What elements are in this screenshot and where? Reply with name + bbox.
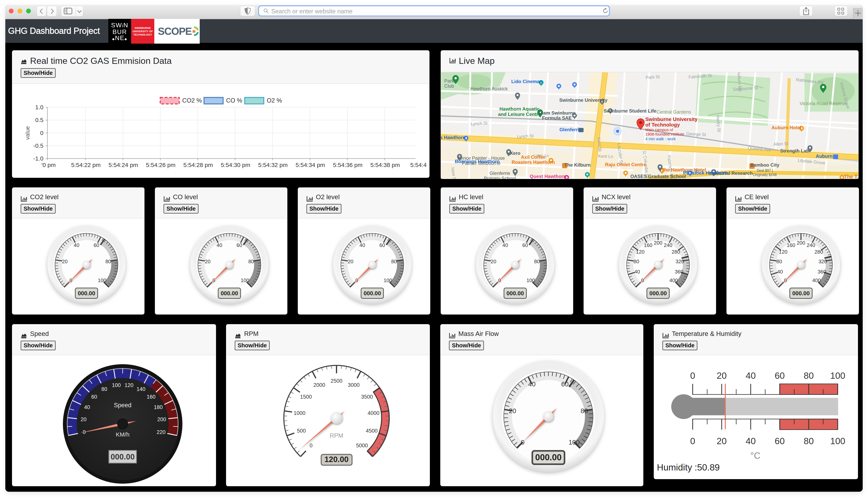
svg-text:The Kilburn: The Kilburn [564, 162, 591, 168]
svg-text:160: 160 [644, 242, 652, 248]
svg-text:000.00: 000.00 [506, 290, 524, 297]
svg-text:Club: Club [444, 83, 454, 89]
svg-text:0: 0 [690, 436, 695, 446]
svg-text:100: 100 [241, 277, 249, 283]
svg-text:30: 30 [695, 169, 699, 174]
svg-text:400: 400 [812, 277, 821, 283]
svg-text:40: 40 [777, 269, 783, 275]
svg-text:4 min walk - work: 4 min walk - work [645, 137, 676, 141]
svg-text:3000: 3000 [348, 382, 360, 388]
svg-text:80: 80 [776, 259, 782, 264]
svg-text:1908-founded institute: 1908-founded institute [645, 132, 684, 136]
svg-text:Raju Omlet Centre: Raju Omlet Centre [605, 162, 646, 167]
svg-text:5:54:34 pm: 5:54:34 pm [296, 162, 325, 168]
svg-text:000.00: 000.00 [364, 290, 381, 297]
svg-text:000.00: 000.00 [649, 290, 667, 297]
svg-text:5:54:28 pm: 5:54:28 pm [183, 162, 213, 168]
svg-text:Formula SAE: Formula SAE [542, 115, 572, 121]
svg-text:Painter Melbourne: Painter Melbourne [462, 160, 501, 166]
svg-text:Deal $97 |: Deal $97 | [757, 169, 773, 172]
svg-text:Auburn Hotel: Auburn Hotel [772, 125, 801, 130]
svg-text:5:54:32 pm: 5:54:32 pm [258, 162, 287, 168]
svg-text:Xero: Xero [510, 150, 520, 156]
svg-text:George St: George St [686, 131, 706, 137]
svg-text:80: 80 [105, 259, 111, 264]
svg-text:160: 160 [147, 394, 155, 400]
svg-text:60: 60 [93, 242, 99, 248]
svg-text:Victoria Road Reserve: Victoria Road Reserve [800, 101, 847, 106]
svg-text:0.5: 0.5 [35, 117, 43, 123]
svg-text:80: 80 [248, 259, 254, 264]
svg-text:80: 80 [534, 259, 540, 264]
svg-text:Glenferrie: Glenferrie [490, 171, 510, 176]
svg-text:5000: 5000 [356, 443, 368, 448]
svg-text:RPM: RPM [330, 432, 344, 439]
svg-text:of Technology: of Technology [645, 122, 680, 128]
svg-text:160: 160 [787, 242, 795, 248]
svg-text:000.00: 000.00 [792, 290, 810, 297]
svg-text:140: 140 [137, 386, 145, 392]
svg-text:100: 100 [112, 382, 121, 388]
svg-text:Lynch St: Lynch St [517, 133, 534, 139]
svg-text:20: 20 [717, 436, 727, 446]
svg-text:120: 120 [636, 249, 645, 255]
svg-text:Park St: Park St [646, 74, 660, 80]
svg-text:Swinburne University: Swinburne University [559, 97, 608, 103]
svg-text:'s Hawthorn: 's Hawthorn [441, 135, 466, 140]
svg-text:100: 100 [527, 277, 535, 283]
svg-text:80: 80 [634, 259, 639, 264]
svg-text:60: 60 [775, 436, 785, 446]
svg-text:60: 60 [91, 394, 97, 400]
svg-text:20: 20 [348, 259, 353, 264]
svg-text:240: 240 [664, 242, 672, 248]
svg-text:Originally $168: Originally $168 [753, 173, 777, 177]
svg-text:4500: 4500 [366, 428, 378, 434]
svg-text:100: 100 [98, 277, 106, 283]
svg-text:20: 20 [717, 370, 727, 381]
svg-text:240: 240 [807, 242, 815, 248]
svg-text:Luton Ln: Luton Ln [533, 153, 549, 158]
svg-text:80: 80 [391, 259, 397, 264]
svg-text:5:54:26 pm: 5:54:26 pm [146, 162, 176, 168]
svg-text:360: 360 [675, 269, 683, 275]
svg-text:Primary School: Primary School [484, 175, 516, 179]
svg-text:280: 280 [815, 249, 823, 255]
svg-text:40: 40 [502, 242, 508, 248]
svg-text:20: 20 [81, 417, 87, 422]
svg-text:1000: 1000 [294, 410, 306, 416]
svg-text:80: 80 [804, 370, 814, 381]
svg-text:O2 %: O2 % [267, 97, 282, 104]
svg-text:220: 220 [157, 429, 166, 435]
svg-text:3500: 3500 [361, 394, 373, 400]
svg-text:0: 0 [40, 130, 43, 136]
svg-text:5:54:30 pm: 5:54:30 pm [221, 162, 250, 168]
svg-text:1.0: 1.0 [35, 104, 43, 110]
svg-text:40: 40 [528, 380, 536, 388]
svg-text:20: 20 [62, 259, 68, 264]
svg-text:320: 320 [818, 259, 827, 264]
svg-text:4000: 4000 [367, 410, 379, 416]
svg-text:Swinburne Student Life: Swinburne Student Life [604, 108, 656, 114]
svg-text:200: 200 [157, 417, 166, 422]
svg-text:000.00: 000.00 [111, 453, 135, 461]
svg-text:Auburn: Auburn [816, 154, 832, 159]
svg-text:280: 280 [672, 249, 680, 255]
svg-text:′0 pm: ′0 pm [41, 162, 56, 168]
svg-text:000.00: 000.00 [535, 453, 562, 462]
svg-text:80: 80 [101, 386, 107, 392]
svg-text:Roasters Hawthorn: Roasters Hawthorn [511, 159, 555, 165]
svg-text:20: 20 [509, 407, 516, 415]
svg-text:20: 20 [205, 259, 210, 264]
svg-text:400: 400 [670, 277, 678, 283]
svg-text:000.00: 000.00 [78, 290, 95, 297]
svg-text:Bamboo City: Bamboo City [750, 162, 779, 168]
svg-text:PETstock Hawthorn: PETstock Hawthorn [683, 170, 727, 175]
svg-text:Quest Hawthorn: Quest Hawthorn [530, 174, 566, 179]
svg-text:40: 40 [360, 242, 365, 248]
svg-text:200: 200 [796, 240, 805, 246]
svg-text:180: 180 [154, 404, 163, 410]
svg-text:500: 500 [297, 428, 306, 434]
svg-text:Lido Cinemas: Lido Cinemas [511, 79, 542, 84]
svg-text:Speed: Speed [114, 402, 131, 409]
svg-text:Strength Lab: Strength Lab [780, 148, 809, 154]
